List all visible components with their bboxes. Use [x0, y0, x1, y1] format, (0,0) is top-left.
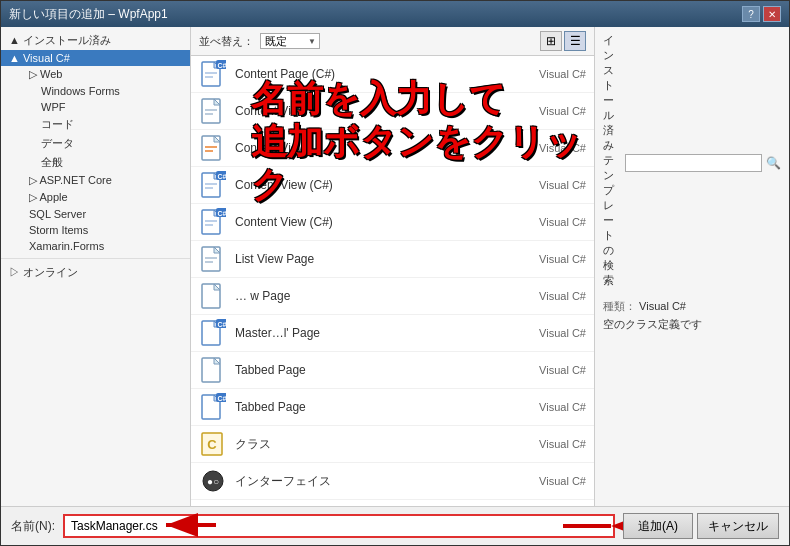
- svg-rect-22: [205, 220, 217, 222]
- item-name: List View Page: [235, 252, 508, 266]
- item-tag: Visual C#: [516, 216, 586, 228]
- list-item[interactable]: Tabbed Page Visual C#: [191, 352, 594, 389]
- name-input[interactable]: [63, 514, 615, 538]
- item-tag: Visual C#: [516, 364, 586, 376]
- desc-text: 空のクラス定義です: [603, 318, 702, 330]
- right-panel-search-row: インストール済み テンプレートの検索 🔍: [603, 33, 781, 292]
- item-tag: Visual C#: [516, 327, 586, 339]
- sidebar-item-windows-forms[interactable]: Windows Forms: [1, 83, 190, 99]
- item-name: Tabbed Page: [235, 363, 508, 377]
- bottom-bar: 名前(N): 追加(A) キャンセル: [1, 506, 789, 545]
- sidebar-item-wpf[interactable]: WPF: [1, 99, 190, 115]
- cancel-button[interactable]: キャンセル: [697, 513, 779, 539]
- list-item[interactable]: Content View Visual C#: [191, 130, 594, 167]
- list-item[interactable]: C クラス Visual C#: [191, 426, 594, 463]
- right-search-input[interactable]: [625, 154, 762, 172]
- sort-label: 並べ替え：: [199, 34, 254, 49]
- item-tag: Visual C#: [516, 475, 586, 487]
- type-value: Visual C#: [639, 300, 686, 312]
- item-tag: Visual C#: [516, 68, 586, 80]
- svg-rect-28: [205, 257, 217, 259]
- list-item[interactable]: C# Master…l' Page Visual C#: [191, 315, 594, 352]
- view-buttons: ⊞ ☰: [540, 31, 586, 51]
- title-bar: 新しい項目の追加 – WpfApp1 ? ✕: [1, 1, 789, 27]
- item-tag: Visual C#: [516, 179, 586, 191]
- svg-rect-3: [205, 76, 213, 78]
- toolbar-row: 並べ替え： 既定 ⊞ ☰: [191, 27, 594, 56]
- item-icon: C: [199, 430, 227, 458]
- sidebar-item-web[interactable]: ▷ Web: [1, 66, 190, 83]
- sidebar-item-sql-server[interactable]: SQL Server: [1, 206, 190, 222]
- close-button[interactable]: ✕: [763, 6, 781, 22]
- visual-csharp-group[interactable]: ▲ Visual C#: [1, 50, 190, 66]
- main-content: ▲ インストール済み ▲ Visual C# ▷ Web Windows For…: [1, 27, 789, 506]
- dialog-window: 新しい項目の追加 – WpfApp1 ? ✕ ▲ インストール済み ▲ Visu…: [0, 0, 790, 546]
- svg-rect-13: [205, 150, 213, 152]
- sort-select-wrapper[interactable]: 既定: [260, 33, 320, 49]
- svg-text:C#: C#: [218, 173, 226, 180]
- item-tag: Visual C#: [516, 105, 586, 117]
- item-icon: C#: [199, 393, 227, 421]
- item-icon: ●○: [199, 467, 227, 495]
- add-button[interactable]: 追加(A): [623, 513, 693, 539]
- left-panel: ▲ インストール済み ▲ Visual C# ▷ Web Windows For…: [1, 27, 191, 506]
- search-icon[interactable]: 🔍: [766, 156, 781, 170]
- item-name: Tabbed Page: [235, 400, 508, 414]
- item-icon: C#: [199, 60, 227, 88]
- center-panel: 名前を入力して 追加ボタンをクリック 並べ替え： 既定 ⊞ ☰: [191, 27, 594, 506]
- item-name: クラス: [235, 436, 508, 453]
- list-item[interactable]: ●○ インターフェイス Visual C#: [191, 463, 594, 500]
- item-name: Content View: [235, 104, 508, 118]
- view-grid-button[interactable]: ⊞: [540, 31, 562, 51]
- item-tag: Visual C#: [516, 290, 586, 302]
- item-name: … w Page: [235, 289, 508, 303]
- item-icon: C#: [199, 171, 227, 199]
- svg-text:C#: C#: [218, 62, 226, 69]
- sidebar-item-code[interactable]: コード: [1, 115, 190, 134]
- list-item[interactable]: C# Tabbed Page Visual C#: [191, 389, 594, 426]
- list-item[interactable]: C# Content Page (C#) Visual C#: [191, 56, 594, 93]
- item-icon: [199, 134, 227, 162]
- arrow-to-input-icon: [156, 509, 226, 541]
- title-bar-buttons: ? ✕: [742, 6, 781, 22]
- sidebar-item-storm-items[interactable]: Storm Items: [1, 222, 190, 238]
- sidebar-item-aspnet-core[interactable]: ▷ ASP.NET Core: [1, 172, 190, 189]
- item-tag: Visual C#: [516, 438, 586, 450]
- help-button[interactable]: ?: [742, 6, 760, 22]
- item-tag: Visual C#: [516, 401, 586, 413]
- sidebar-item-data[interactable]: データ: [1, 134, 190, 153]
- svg-text:C#: C#: [218, 210, 226, 217]
- item-tag: Visual C#: [516, 142, 586, 154]
- sidebar-item-apple[interactable]: ▷ Apple: [1, 189, 190, 206]
- list-item[interactable]: Content View Visual C#: [191, 93, 594, 130]
- list-item[interactable]: List View Page Visual C#: [191, 241, 594, 278]
- item-name: インターフェイス: [235, 473, 508, 490]
- svg-rect-12: [205, 146, 217, 148]
- svg-text:C: C: [207, 437, 217, 452]
- right-info-block: 種類： Visual C# 空のクラス定義です: [603, 298, 781, 333]
- sidebar-item-xamarin-forms[interactable]: Xamarin.Forms: [1, 238, 190, 254]
- right-panel: インストール済み テンプレートの検索 🔍 種類： Visual C# 空のクラス…: [594, 27, 789, 506]
- list-item[interactable]: C# Content View (C#) Visual C#: [191, 204, 594, 241]
- view-list-button[interactable]: ☰: [564, 31, 586, 51]
- name-label: 名前(N):: [11, 518, 55, 535]
- item-icon: [199, 282, 227, 310]
- installed-section-header[interactable]: ▲ インストール済み: [1, 31, 190, 50]
- item-icon: C#: [199, 319, 227, 347]
- svg-text:C#: C#: [218, 395, 226, 402]
- sort-select[interactable]: 既定: [260, 33, 320, 49]
- title-text: 新しい項目の追加 – WpfApp1: [9, 6, 168, 23]
- svg-rect-8: [205, 109, 217, 111]
- sidebar-item-online[interactable]: ▷ オンライン: [1, 263, 190, 282]
- list-item[interactable]: … w Page Visual C#: [191, 278, 594, 315]
- svg-text:●○: ●○: [207, 476, 219, 487]
- item-name: Content View (C#): [235, 215, 508, 229]
- item-icon: [199, 356, 227, 384]
- sidebar-item-general[interactable]: 全般: [1, 153, 190, 172]
- right-panel-search-label: インストール済み テンプレートの検索: [603, 33, 621, 288]
- type-label: 種類：: [603, 300, 636, 312]
- arrow-to-add-icon: [553, 509, 623, 543]
- list-item[interactable]: C# Content View (C#) Visual C#: [191, 167, 594, 204]
- item-tag: Visual C#: [516, 253, 586, 265]
- item-icon: [199, 97, 227, 125]
